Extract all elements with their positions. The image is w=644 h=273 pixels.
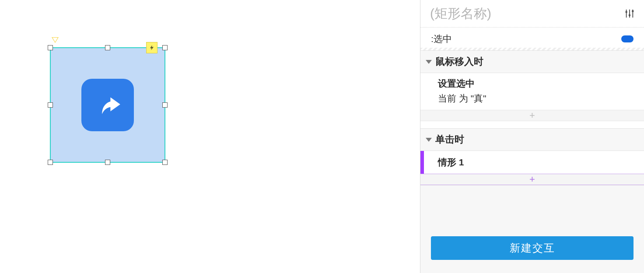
resize-handle-sw[interactable]: [48, 160, 53, 165]
resize-handle-nw[interactable]: [48, 45, 53, 50]
footnote-marker-icon[interactable]: [52, 37, 59, 43]
new-interaction-button[interactable]: 新建交互: [431, 236, 634, 260]
add-action-button[interactable]: +: [420, 110, 644, 121]
settings-sliders-icon[interactable]: [625, 9, 634, 18]
add-case-button[interactable]: +: [420, 174, 644, 185]
event-header-click[interactable]: 单击时: [420, 128, 644, 151]
chevron-down-icon: [426, 138, 432, 142]
action-title[interactable]: 设置选中: [420, 73, 644, 91]
action-detail[interactable]: 当前 为 "真": [420, 91, 644, 110]
svg-point-5: [632, 10, 634, 12]
element-name-input[interactable]: [430, 6, 620, 21]
footer: 新建交互: [420, 228, 644, 273]
event-title: 鼠标移入时: [435, 55, 483, 68]
resize-handle-s[interactable]: [105, 160, 110, 165]
canvas[interactable]: [0, 0, 420, 273]
resize-handle-e[interactable]: [162, 102, 168, 108]
svg-point-3: [625, 11, 627, 13]
resize-handle-ne[interactable]: [162, 45, 168, 50]
case-label: 情形 1: [438, 156, 464, 168]
chevron-down-icon: [426, 60, 432, 64]
event-title: 单击时: [435, 133, 464, 146]
state-label: :选中: [431, 33, 452, 45]
resize-handle-se[interactable]: [162, 160, 168, 165]
interaction-badge-icon[interactable]: [146, 42, 158, 53]
svg-point-4: [629, 14, 630, 16]
resize-handle-w[interactable]: [48, 102, 53, 108]
element-name-row: [420, 0, 644, 28]
share-arrow-icon: [81, 79, 134, 131]
inspector-panel: :选中 鼠标移入时 设置选中 当前 为 "真" + 单击时 情形 1 + 新建交…: [420, 0, 644, 273]
case-row[interactable]: 情形 1: [420, 151, 644, 174]
event-header-mouseenter[interactable]: 鼠标移入时: [420, 50, 644, 73]
selected-rectangle[interactable]: [50, 47, 165, 163]
state-selected-row[interactable]: :选中: [420, 28, 644, 50]
resize-handle-n[interactable]: [105, 45, 110, 50]
state-toggle[interactable]: [621, 35, 634, 42]
